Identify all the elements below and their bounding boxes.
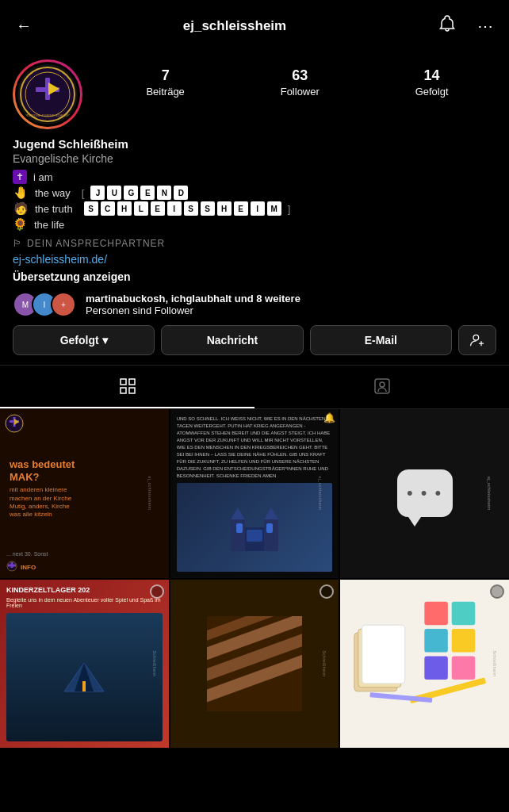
post-mak-title: was bedeutetMAK? [10, 458, 75, 483]
grid-post-5[interactable]: Schleißheim [170, 580, 339, 749]
bubble-dots: • • • [407, 483, 442, 504]
bell-icon [438, 14, 457, 33]
svg-point-6 [473, 335, 479, 340]
back-button[interactable]: ← [13, 13, 35, 38]
bio-section: Jugend Schleißheim Evangelische Kirche ✝… [0, 129, 509, 284]
post-mak: was bedeutetMAK? mit anderen kleineremac… [0, 409, 169, 578]
bio-text-3: the truth [35, 203, 73, 215]
followers-preview: M I + martinabuckosh, ichglaubhalt und 8… [0, 284, 509, 325]
add-person-icon [469, 332, 485, 348]
bio-line-4: 🌻 the life [13, 217, 496, 232]
hand-icon: 🤚 [13, 186, 29, 200]
post-bubble: • • • ej_schleissheim [340, 409, 509, 578]
avatar[interactable]: EVANGELISCHE JUGEND SCHLEISSHEIM [13, 59, 82, 129]
post-3-side-label: ej_schleissheim [487, 477, 492, 510]
bio-line-1: ✝ i am [13, 170, 496, 184]
svg-rect-39 [362, 625, 405, 684]
grid-post-1[interactable]: was bedeutetMAK? mit anderen kleineremac… [0, 409, 169, 578]
svg-rect-27 [266, 523, 273, 533]
grid-post-4[interactable]: KINDERZELTLAGER 202 Begleite uns in dem … [0, 580, 169, 749]
partner-text: DEIN ANSPRECHPARTNER [27, 238, 165, 249]
church-building [223, 504, 286, 551]
partner-badge: 🏳 DEIN ANSPRECHPARTNER [13, 238, 496, 249]
bio-text-2: the way [35, 187, 71, 199]
grid-post-3[interactable]: • • • ej_schleissheim [340, 409, 509, 578]
svg-rect-44 [425, 656, 449, 680]
followers-count: 63 [292, 67, 308, 84]
bio-link[interactable]: ej-schleissheim.de/ [13, 253, 107, 266]
post-crafts: Schleißheim [340, 580, 509, 749]
svg-marker-25 [264, 508, 278, 519]
svg-rect-43 [452, 629, 476, 653]
svg-point-12 [380, 382, 385, 387]
followers-label: Follower [281, 86, 320, 98]
post-6-checkbox [490, 584, 504, 599]
svg-rect-45 [452, 656, 476, 680]
grid-post-6[interactable]: Schleißheim [340, 580, 509, 749]
post-prayer: 🔔 UND SO SCHNELL. ICH WEISS NICHT, WIE E… [170, 409, 339, 578]
post-2-label: ej_schleissheim [318, 477, 323, 511]
svg-rect-9 [121, 388, 126, 393]
tagged-icon [373, 377, 392, 396]
posts-label: Beiträge [146, 86, 184, 98]
person-icon: 🧑 [13, 201, 29, 216]
username-title: ej_schleissheim [183, 18, 286, 34]
follower-text: martinabuckosh, ichglaubhalt und 8 weite… [86, 293, 496, 316]
svg-rect-10 [129, 388, 135, 393]
svg-rect-41 [452, 601, 476, 625]
tent-icon [60, 661, 108, 693]
flag-icon: 🏳 [13, 238, 22, 249]
svg-rect-19 [8, 564, 16, 566]
post-kinderzelt: KINDERZELTLAGER 202 Begleite uns in dem … [0, 580, 169, 749]
svg-marker-24 [231, 508, 245, 519]
tab-bar [0, 365, 509, 409]
svg-rect-40 [425, 601, 449, 625]
email-button[interactable]: E-Mail [310, 325, 452, 355]
more-button[interactable]: ⋯ [474, 13, 496, 39]
kinderzelt-title: KINDERZELTLAGER 202 [6, 586, 163, 596]
post-prayer-text: UND SO SCHNELL. ICH WEISS NICHT, WIE ES … [177, 416, 333, 480]
message-button[interactable]: Nachricht [161, 325, 303, 355]
svg-rect-7 [121, 379, 126, 385]
tab-grid[interactable] [0, 366, 254, 408]
follower-avatar-3: + [51, 292, 76, 317]
tab-tagged[interactable] [254, 366, 509, 408]
svg-marker-31 [82, 681, 86, 691]
post-6-label: Schleißheim [492, 650, 496, 676]
jugend-tiles: J U G E N D [90, 186, 188, 200]
add-person-button[interactable] [458, 325, 496, 355]
svg-rect-36 [207, 616, 302, 711]
bio-lines: ✝ i am 🤚 the way [ J U G E N D 🧑 the tru… [13, 170, 496, 232]
craft-items [346, 586, 503, 742]
schleissheim-tiles: S C H L E I S S H E I M [84, 201, 281, 216]
following-label: Gefolgt [415, 86, 449, 98]
grid-post-2[interactable]: 🔔 UND SO SCHNELL. ICH WEISS NICHT, WIE E… [170, 409, 339, 578]
posts-grid: was bedeutetMAK? mit anderen kleineremac… [0, 409, 509, 748]
post-mak-bottom: ... next 30. Sonst INFO [6, 550, 163, 572]
kinderzelt-subtitle: Begleite uns in dem neuen Abenteuer voll… [6, 597, 163, 608]
header: ← ej_schleissheim ⋯ [0, 0, 509, 52]
follow-button[interactable]: Gefolgt ▾ [13, 325, 155, 355]
notification-button[interactable] [434, 11, 460, 40]
post-5-checkbox [320, 584, 334, 599]
church-logo-small [5, 414, 24, 433]
stat-followers[interactable]: 63 Follower [281, 67, 320, 98]
bio-text-4: the life [34, 219, 64, 231]
post-bell-icon: 🔔 [323, 412, 335, 423]
post-4-label: Schleißheim [151, 650, 156, 676]
post-construction: Schleißheim [170, 580, 339, 749]
stat-posts[interactable]: 7 Beiträge [146, 67, 184, 98]
translate-link[interactable]: Übersetzung anzeigen [13, 270, 131, 283]
svg-rect-42 [425, 629, 449, 653]
profile-section: EVANGELISCHE JUGEND SCHLEISSHEIM 7 Beitr… [0, 52, 509, 129]
svg-rect-8 [129, 379, 135, 385]
stat-following[interactable]: 14 Gefolgt [415, 67, 449, 98]
profile-subtitle: Evangelische Kirche [13, 152, 496, 165]
follower-suffix: Personen sind Follower [86, 304, 193, 316]
profile-name: Jugend Schleißheim [13, 137, 496, 151]
bio-line-2: 🤚 the way [ J U G E N D [13, 186, 496, 200]
wood-planks [207, 616, 302, 711]
grid-icon [118, 377, 137, 396]
sunflower-icon: 🌻 [13, 217, 28, 232]
speech-bubble: • • • [397, 469, 453, 517]
